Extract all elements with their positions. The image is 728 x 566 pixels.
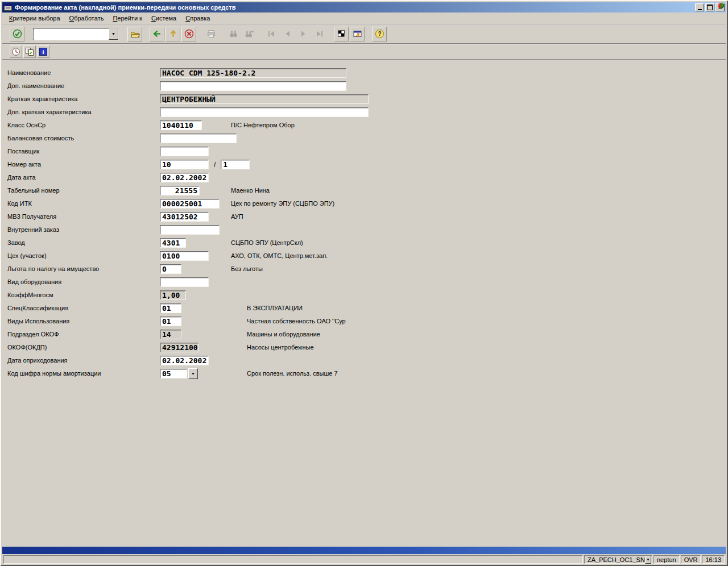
create-shortcut-button[interactable] [350, 27, 365, 41]
form-row: Виды Использования01Частная собственност… [2, 315, 726, 328]
minimize-icon [698, 9, 702, 10]
form-row: Класс ОснСр1040110П/С Нефтепром Обор [2, 119, 726, 132]
connection-status-icon [718, 2, 724, 9]
form-row: Доп. краткая характеристика [2, 106, 726, 119]
menu-item-3[interactable]: Перейти к [108, 14, 146, 23]
command-field[interactable]: ▼ [33, 28, 119, 40]
menu-item-5[interactable]: Справка [181, 14, 214, 23]
system-dropdown-icon[interactable]: ▼ [645, 556, 651, 564]
enter-check-button[interactable] [10, 27, 24, 41]
field-value-box[interactable]: 01 [160, 317, 181, 326]
field-description: П/С Нефтепром Обор [231, 122, 295, 128]
prev-page-button [280, 27, 295, 41]
field-label: Внутренний заказ [7, 226, 59, 233]
form-area: НаименованиеНАСОС CDM 125-180-2.2Доп. на… [2, 59, 726, 547]
app-window: Формирование акта (накладной) приемки-пе… [0, 0, 728, 566]
field-value-box[interactable]: 000025001 [160, 199, 220, 209]
save-button[interactable] [127, 27, 142, 41]
field-label: Поставщик [7, 148, 39, 155]
field-value-box[interactable]: 43012502 [160, 212, 209, 222]
field-value-box[interactable]: 10 [160, 160, 209, 169]
field-label: Доп. наименование [7, 82, 64, 89]
print-button [204, 27, 218, 41]
cancel-button[interactable] [181, 27, 196, 41]
field-value-box[interactable]: 02.02.2002 [160, 356, 209, 365]
toolbar-separator [327, 34, 333, 34]
form-row: Внутренний заказ [2, 223, 726, 236]
execute-clock-button[interactable] [10, 45, 22, 58]
field-label: МВЗ Получателя [7, 213, 56, 220]
field-value-box: 42912100 [160, 343, 199, 352]
form-row: Дата акта02.02.2002 [2, 171, 726, 184]
form-row: Код ИТК000025001Цех по ремонту ЭПУ (СЦБП… [2, 197, 726, 210]
menu-item-4[interactable]: Система [147, 14, 181, 23]
field-description: Без льготы [231, 265, 263, 272]
prev-page-icon [283, 29, 292, 39]
field-value-box-2[interactable]: 1 [221, 160, 250, 169]
execute-clock-icon [11, 47, 20, 56]
form-row: КоэффМногосм1,00 [2, 289, 726, 302]
field-label: Подраздел ОКОФ [7, 331, 59, 338]
field-label: СпецКлассификация [7, 305, 68, 311]
toolbar-separator [365, 34, 371, 34]
back-button[interactable] [150, 27, 164, 41]
info-button[interactable]: i [37, 45, 49, 58]
minimize-button[interactable] [695, 3, 704, 11]
first-page-icon [267, 29, 276, 39]
back-icon [152, 29, 162, 39]
field-description: Цех по ремонту ЭПУ (СЦБПО ЭПУ) [231, 200, 334, 207]
app-icon [4, 3, 13, 12]
field-value-box[interactable]: 01 [160, 303, 181, 313]
field-value-box: ЦЕНТРОБЕЖНЫЙ [160, 94, 369, 104]
status-bar: ZA_PECH_OC1_SN ▼ neptun OVR 16:13 [2, 555, 726, 564]
help-button[interactable]: ? [372, 27, 387, 41]
field-label: Номер акта [7, 161, 41, 168]
title-bar: Формирование акта (накладной) приемки-пе… [2, 2, 726, 13]
field-value-box[interactable]: 21555 [160, 186, 200, 195]
new-session-icon [337, 29, 346, 39]
field-value-box[interactable]: 0 [160, 264, 181, 274]
field-value-box: НАСОС CDM 125-180-2.2 [160, 68, 346, 78]
field-description: Частная собственность ОАО ''Сур [247, 318, 346, 324]
field-description: Машины и оборудование [247, 331, 320, 338]
form-row: ОКОФ(ОКДП)42912100Насосы центробежные [2, 341, 726, 354]
field-value-box[interactable]: 0100 [160, 251, 209, 261]
print-icon [206, 29, 216, 39]
exit-button[interactable] [166, 27, 180, 41]
info-icon: i [39, 47, 48, 56]
field-value-box[interactable] [160, 147, 209, 156]
field-dropdown-button[interactable]: ▼ [188, 368, 198, 379]
toolbar-separator [143, 34, 149, 34]
maximize-button[interactable] [705, 3, 714, 11]
copy-object-button[interactable] [23, 45, 36, 58]
field-value-box[interactable] [160, 81, 346, 91]
find-button [226, 27, 241, 41]
field-value-box: 14 [160, 330, 181, 339]
field-value-box[interactable]: 1040110 [160, 120, 202, 130]
field-description: Срок полезн. использ. свыше 7 [247, 370, 338, 377]
insert-mode-field[interactable]: OVR [681, 555, 701, 564]
field-label: Льгота по налогу на имущество [7, 265, 99, 272]
field-value-box[interactable] [160, 225, 220, 235]
command-dropdown-icon[interactable]: ▼ [109, 28, 118, 40]
field-value-box[interactable]: 05 [160, 369, 187, 378]
system-field[interactable]: ZA_PECH_OC1_SN ▼ [584, 555, 652, 564]
command-input[interactable] [34, 30, 109, 39]
field-label: Краткая характеристика [7, 95, 77, 102]
menu-item-1[interactable]: Критерии выбора [5, 14, 65, 23]
next-page-icon [299, 29, 308, 39]
svg-text:?: ? [378, 31, 381, 37]
field-value-box[interactable]: 4301 [160, 238, 186, 248]
field-label: Доп. краткая характеристика [7, 109, 92, 115]
form-row: Подраздел ОКОФ14Машины и оборудование [2, 328, 726, 341]
field-value-box[interactable]: 02.02.2002 [160, 173, 209, 182]
menu-item-2[interactable]: Обработать [65, 14, 109, 23]
field-value-box[interactable] [160, 107, 369, 117]
field-label: Балансовая стоимость [7, 135, 74, 142]
field-value-box[interactable] [160, 277, 209, 287]
enter-check-icon [13, 29, 22, 39]
menu-bar: Критерии выбораОбработатьПерейти кСистем… [2, 13, 726, 24]
field-label: Код ИТК [7, 200, 32, 207]
field-value-box[interactable] [160, 134, 237, 143]
new-session-button[interactable] [334, 27, 349, 41]
